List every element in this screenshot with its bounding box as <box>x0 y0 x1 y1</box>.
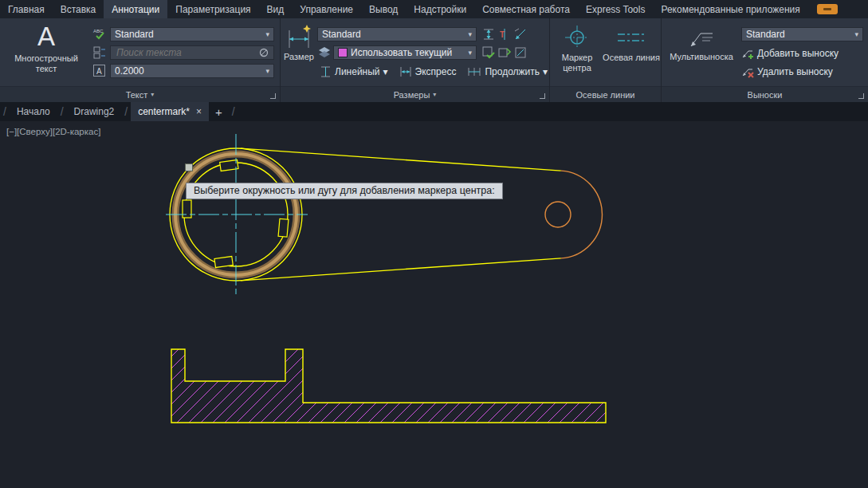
keyway-notch <box>214 257 233 268</box>
autocad-window: Главная Вставка Аннотации Параметризация… <box>0 0 868 488</box>
chevron-down-icon: ▾ <box>433 91 436 98</box>
menu-tab-collaborate[interactable]: Совместная работа <box>474 0 578 18</box>
panel-text: A Многострочный текст ABC Standard ▾ <box>0 18 281 102</box>
svg-text:T: T <box>500 30 505 39</box>
center-mark-icon <box>564 23 591 52</box>
add-leader-button[interactable]: Добавить выноску <box>741 45 839 61</box>
chevron-down-icon: ▾ <box>383 66 388 77</box>
menu-tab-manage[interactable]: Управление <box>292 0 361 18</box>
panel-launcher-icon[interactable] <box>858 93 864 99</box>
dimension-button[interactable]: Размер <box>282 21 316 85</box>
menu-tab-home[interactable]: Главная <box>0 0 53 18</box>
menu-tab-annotate[interactable]: Аннотации <box>104 0 167 18</box>
command-tooltip: Выберите окружность или дугу для добавле… <box>186 183 503 199</box>
layers-icon <box>317 45 332 60</box>
layer-color-swatch <box>338 48 348 57</box>
menu-tab-addins[interactable]: Надстройки <box>406 0 474 18</box>
dim-linear-button[interactable]: Линейный ▾ <box>316 64 392 80</box>
text-search-box[interactable] <box>110 45 274 60</box>
lower-tangent-line[interactable] <box>241 258 561 281</box>
dimension-icon <box>285 24 312 51</box>
small-hole-circle[interactable] <box>545 202 571 227</box>
text-style-dropdown[interactable]: Standard ▾ <box>110 27 274 41</box>
mtext-button[interactable]: A Многострочный текст <box>5 21 88 85</box>
text-height-icon: A <box>92 64 107 78</box>
panel-label-leaders[interactable]: Выноски <box>662 86 868 102</box>
dim-tool-icon-6[interactable] <box>513 45 528 60</box>
panel-label-text[interactable]: Текст ▾ <box>0 86 280 102</box>
dimension-label: Размер <box>284 52 314 62</box>
dim-express-button[interactable]: Экспресс <box>395 64 461 80</box>
drawing-geometry <box>0 121 868 488</box>
tab-separator: / <box>229 102 238 121</box>
tray-badge-icon[interactable] <box>817 4 838 14</box>
text-style-icon: ABC <box>92 27 107 41</box>
ribbon-tab-bar: Главная Вставка Аннотации Параметризация… <box>0 0 868 18</box>
dim-tool-icon-3[interactable] <box>513 27 528 41</box>
multileader-icon <box>687 24 716 51</box>
dim-continue-button[interactable]: Продолжить ▾ <box>463 64 552 80</box>
viewport-controls[interactable]: [−][Сверху][2D-каркас] <box>6 127 100 136</box>
chevron-down-icon: ▾ <box>854 30 858 38</box>
svg-text:A: A <box>96 67 102 76</box>
file-tab-drawing2[interactable]: Drawing2 <box>67 102 122 121</box>
drawing-canvas[interactable]: [−][Сверху][2D-каркас] <box>0 121 868 488</box>
text-height-dropdown[interactable]: 0.2000 ▾ <box>110 64 274 78</box>
tab-separator: / <box>121 102 131 121</box>
menu-tab-insert[interactable]: Вставка <box>53 0 104 18</box>
panel-centerlines: Маркер центра Осевая линия Осевые линии <box>550 18 662 102</box>
menu-tab-view[interactable]: Вид <box>259 0 293 18</box>
upper-tangent-line[interactable] <box>241 148 561 171</box>
tab-separator: / <box>57 102 67 121</box>
dim-layer-dropdown[interactable]: Использовать текущий ▾ <box>333 45 477 60</box>
center-line-icon <box>615 23 647 52</box>
file-tab-bar: / Начало / Drawing2 / centermark* × + / <box>0 102 868 121</box>
multileader-button[interactable]: Мультивыноска <box>665 21 738 85</box>
mtext-label: Многострочный текст <box>5 53 88 74</box>
chevron-down-icon: ▾ <box>151 91 154 98</box>
ribbon: A Многострочный текст ABC Standard ▾ <box>0 18 868 102</box>
keyway-notch <box>183 200 191 218</box>
add-leader-icon <box>741 47 754 60</box>
menu-tab-express-tools[interactable]: Express Tools <box>578 0 653 18</box>
dim-tool-icon-1[interactable] <box>481 27 496 41</box>
panel-launcher-icon[interactable] <box>270 93 276 99</box>
remove-leader-button[interactable]: Удалить выноску <box>741 64 833 80</box>
panel-label-dimensions[interactable]: Размеры ▾ <box>281 86 549 102</box>
panel-dimensions: Размер Standard ▾ <box>281 18 550 102</box>
dim-style-dropdown[interactable]: Standard ▾ <box>317 27 477 41</box>
chevron-down-icon: ▾ <box>468 49 472 57</box>
menu-tab-parametric[interactable]: Параметризация <box>167 0 258 18</box>
grip-handle[interactable] <box>186 164 193 171</box>
panel-launcher-icon[interactable] <box>540 93 545 99</box>
close-icon[interactable]: × <box>196 106 202 117</box>
menu-tab-featured-apps[interactable]: Рекомендованные приложения <box>653 0 807 18</box>
file-tab-centermark[interactable]: centermark* × <box>131 102 209 121</box>
file-tab-start[interactable]: Начало <box>10 102 57 121</box>
end-arc[interactable] <box>561 171 603 258</box>
svg-text:ABC: ABC <box>93 29 104 33</box>
panel-leaders: Мультивыноска Standard ▾ <box>662 18 868 102</box>
dim-tool-icon-5[interactable] <box>497 45 512 60</box>
multileader-label: Мультивыноска <box>670 52 733 62</box>
continue-dim-icon <box>467 65 481 78</box>
center-mark-button[interactable]: Маркер центра <box>552 21 602 85</box>
dim-tool-icon-2[interactable]: T <box>497 27 512 41</box>
section-profile[interactable] <box>171 349 606 423</box>
chevron-down-icon: ▾ <box>468 30 472 38</box>
chevron-down-icon: ▾ <box>265 67 269 75</box>
panel-label-centerlines[interactable]: Осевые линии <box>550 86 661 102</box>
text-find-icon <box>92 45 107 60</box>
keyway-notch <box>278 218 289 237</box>
center-line-button[interactable]: Осевая линия <box>603 21 660 85</box>
search-input[interactable] <box>115 46 256 59</box>
center-line-label: Осевая линия <box>603 53 660 63</box>
new-tab-button[interactable]: + <box>209 102 229 121</box>
chevron-down-icon: ▾ <box>265 30 269 38</box>
leader-style-dropdown[interactable]: Standard ▾ <box>741 27 863 41</box>
dim-tool-icon-4[interactable] <box>481 45 496 60</box>
center-mark-label: Маркер центра <box>552 53 602 73</box>
search-icon <box>259 48 269 58</box>
chevron-down-icon: ▾ <box>543 66 548 77</box>
menu-tab-output[interactable]: Вывод <box>361 0 406 18</box>
